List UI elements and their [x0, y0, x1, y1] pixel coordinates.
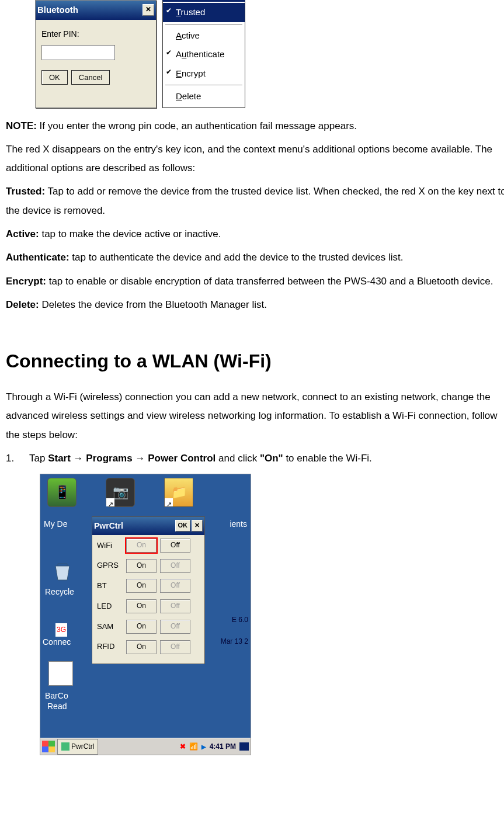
pwrctrl-title: PwrCtrl: [94, 518, 123, 534]
step-1: 1. Tap Start → Programs → Power Control …: [6, 449, 504, 468]
desk-label-connec: Connec: [43, 634, 71, 650]
on-button[interactable]: On: [126, 539, 157, 553]
bluetooth-context-menu: Trusted Active Authenticate Encrypt Dele…: [162, 0, 245, 108]
pwr-row-rfid: RFIDOnOff: [97, 640, 200, 654]
para-intro: The red X disappears on the entry's key …: [6, 140, 504, 178]
menu-separator: [165, 24, 242, 25]
opt-trusted-text: Tap to add or remove the device from the…: [6, 186, 504, 216]
section-heading-wlan: Connecting to a WLAN (Wi-Fi): [6, 343, 504, 379]
desk-label-read: Read: [47, 699, 67, 714]
taskbar: PwrCtrl ✖ 📶 ▶ 4:41 PM: [40, 738, 251, 755]
pwr-row-bt: BTOnOff: [97, 579, 200, 593]
bluetooth-title: Bluetooth: [37, 2, 78, 19]
pwr-label: GPRS: [97, 558, 123, 573]
cancel-button[interactable]: Cancel: [71, 70, 110, 85]
tray-arrow-icon[interactable]: ▶: [201, 741, 206, 752]
start-button[interactable]: [42, 741, 55, 752]
close-icon[interactable]: ✕: [142, 4, 154, 16]
off-button[interactable]: Off: [160, 559, 190, 573]
on-button[interactable]: On: [126, 559, 157, 573]
my-device-icon[interactable]: 📱: [47, 478, 77, 507]
pwr-label: WiFi: [97, 539, 123, 553]
pwrctrl-titlebar: PwrCtrl OK ✕: [92, 517, 204, 535]
opt-delete: Delete: Deletes the device from the Blue…: [6, 296, 504, 314]
pwr-label: SAM: [97, 620, 123, 634]
camera-icon[interactable]: 📷↗: [106, 478, 135, 507]
pwr-label: BT: [97, 579, 123, 593]
pwr-row-gprs: GPRSOnOff: [97, 558, 200, 573]
opt-encrypt-head: Encrypt:: [6, 276, 46, 287]
opt-encrypt-text: tap to enable or disable encryption of d…: [46, 276, 493, 287]
tray-time: 4:41 PM: [210, 740, 236, 754]
ctx-item-active[interactable]: Active: [163, 26, 245, 46]
taskbar-app-label: PwrCtrl: [71, 740, 94, 754]
ctx-item-delete[interactable]: Delete: [163, 87, 245, 106]
opt-trusted: Trusted: Tap to add or remove the device…: [6, 182, 504, 220]
opt-auth-text: tap to authenticate the device and add t…: [69, 252, 404, 263]
ctx-item-trusted[interactable]: Trusted: [163, 3, 245, 22]
menu-separator: [165, 85, 242, 85]
close-icon[interactable]: ✕: [192, 520, 203, 532]
note-text: If you enter the wrong pin code, an auth…: [37, 120, 357, 131]
off-button[interactable]: Off: [160, 539, 190, 553]
on-button[interactable]: On: [126, 640, 157, 654]
pwr-row-led: LEDOnOff: [97, 599, 200, 614]
off-button[interactable]: Off: [160, 620, 190, 634]
side-text-mar: Mar 13 2: [221, 635, 248, 648]
shortcut-overlay-icon: ↗: [165, 498, 173, 506]
note-prefix: NOTE:: [6, 120, 37, 131]
pwr-row-sam: SAMOnOff: [97, 620, 200, 634]
section-para: Through a Wi-Fi (wireless) connection yo…: [6, 388, 504, 445]
taskbar-app-pwrctrl[interactable]: PwrCtrl: [57, 739, 98, 755]
enter-pin-label: Enter PIN:: [41, 29, 79, 39]
opt-encrypt: Encrypt: tap to enable or disable encryp…: [6, 272, 504, 291]
off-button[interactable]: Off: [160, 579, 190, 593]
step-number: 1.: [6, 449, 29, 468]
on-button[interactable]: On: [126, 620, 157, 634]
shortcut-overlay-icon: ↗: [106, 498, 114, 506]
desk-label-recycle: Recycle: [45, 584, 74, 600]
pwr-row-wifi: WiFiOnOff: [97, 539, 200, 553]
opt-active: Active: tap to make the device active or…: [6, 225, 504, 244]
opt-auth-head: Authenticate:: [6, 252, 69, 263]
ctx-item-authenticate[interactable]: Authenticate: [163, 45, 245, 64]
bluetooth-pin-dialog: Bluetooth ✕ Enter PIN: OK Cancel: [35, 0, 157, 108]
ok-button[interactable]: OK: [41, 70, 68, 85]
step-text: Tap Start → Programs → Power Control and…: [29, 449, 372, 468]
on-button[interactable]: On: [126, 579, 157, 593]
side-text-e60: E 6.0: [232, 613, 248, 627]
signal-icon[interactable]: 📶: [189, 740, 198, 754]
off-button[interactable]: Off: [160, 640, 190, 654]
ok-button[interactable]: OK: [175, 520, 191, 532]
opt-authenticate: Authenticate: tap to authenticate the de…: [6, 248, 504, 267]
ctx-item-encrypt[interactable]: Encrypt: [163, 64, 245, 84]
desk-label-my-device: My De: [44, 519, 67, 529]
network-tray-icon[interactable]: [239, 742, 249, 751]
pwrctrl-window: PwrCtrl OK ✕ WiFiOnOffGPRSOnOffBTOnOffLE…: [92, 516, 205, 664]
on-button[interactable]: On: [126, 599, 157, 613]
opt-delete-text: Deletes the device from the Bluetooth Ma…: [39, 299, 267, 310]
pwr-label: RFID: [97, 640, 123, 654]
network-disabled-icon[interactable]: ✖: [180, 740, 186, 754]
opt-trusted-head: Trusted:: [6, 186, 45, 197]
pwrctrl-screenshot: 📱 📷↗ 📁↗ My De ients Recycle 3G Connec E …: [40, 474, 251, 755]
barcode-icon[interactable]: [48, 661, 73, 686]
app-icon: [61, 742, 69, 751]
folder-icon[interactable]: 📁↗: [164, 478, 193, 507]
bluetooth-titlebar: Bluetooth ✕: [36, 1, 156, 20]
recycle-bin-icon[interactable]: [51, 559, 74, 582]
opt-active-text: tap to make the device active or inactiv…: [39, 228, 221, 239]
opt-active-head: Active:: [6, 228, 39, 239]
ctx-trusted-rest: rusted: [181, 7, 206, 17]
desk-label-ients: ients: [230, 516, 247, 532]
opt-delete-head: Delete:: [6, 299, 39, 310]
pin-input[interactable]: [41, 45, 115, 60]
off-button[interactable]: Off: [160, 599, 190, 613]
note-paragraph: NOTE: If you enter the wrong pin code, a…: [6, 117, 504, 136]
pwr-label: LED: [97, 599, 123, 614]
